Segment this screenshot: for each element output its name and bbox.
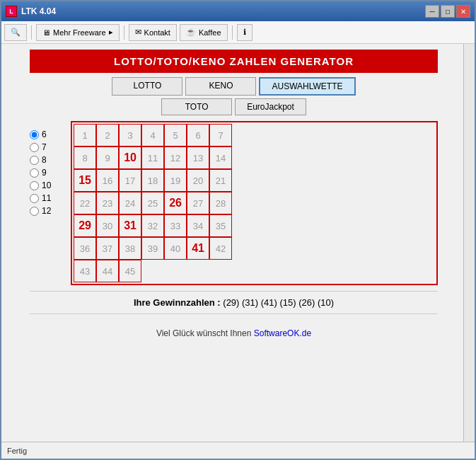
toolbar-icon-btn[interactable]: 🔍 (4, 24, 27, 41)
grid-row: 22232425262728 (74, 192, 435, 214)
tab-auswahlwette[interactable]: AUSWAHLWETTE (259, 77, 355, 96)
radio-7[interactable] (30, 143, 39, 152)
grid-cell-11[interactable]: 11 (141, 146, 164, 169)
info-icon: ℹ (243, 28, 246, 37)
radio-panel: 6 7 8 9 10 11 (30, 121, 65, 285)
grid-cell-45[interactable]: 45 (119, 260, 141, 282)
maximize-button[interactable]: □ (441, 5, 455, 18)
main-content: LOTTO/TOTO/KENO ZAHLEN GENERATOR LOTTO K… (1, 44, 475, 442)
tab-toto[interactable]: TOTO (161, 98, 232, 115)
grid-cell-9[interactable]: 9 (96, 146, 119, 169)
mehr-freeware-icon: 🖥 (42, 28, 50, 37)
grid-cell-34[interactable]: 34 (187, 214, 209, 237)
grid-row: 1234567 (74, 124, 435, 146)
radio-9[interactable] (30, 168, 39, 178)
grid-cell-26[interactable]: 26 (164, 192, 187, 214)
grid-cell-17[interactable]: 17 (119, 169, 141, 192)
radio-item-9[interactable]: 9 (30, 168, 65, 178)
grid-cell-20[interactable]: 20 (187, 169, 209, 192)
status-bar: Fertig (1, 442, 475, 459)
radio-item-10[interactable]: 10 (30, 180, 65, 190)
info-button[interactable]: ℹ (237, 24, 252, 41)
radio-item-7[interactable]: 7 (30, 142, 65, 152)
grid-cell-12[interactable]: 12 (164, 146, 187, 169)
toolbar-separator2 (124, 25, 124, 40)
grid-cell-31[interactable]: 31 (119, 214, 141, 237)
good-luck-prefix: Viel Glück wünscht Ihnen (156, 328, 254, 338)
kaffee-icon: ☕ (186, 28, 196, 37)
close-button[interactable]: ✕ (456, 5, 470, 18)
toolbar: 🔍 🖥 Mehr Freeware ▸ ✉ Kontakt ☕ Kaffee ℹ (1, 21, 475, 44)
softwareok-link[interactable]: SoftwareOK.de (254, 328, 311, 338)
main-section: 6 7 8 9 10 11 (30, 121, 438, 285)
radio-6[interactable] (30, 130, 39, 139)
mehr-freeware-arrow-icon: ▸ (109, 28, 113, 37)
tab-keno[interactable]: KENO (185, 77, 256, 96)
radio-8[interactable] (30, 156, 39, 165)
radio-item-6[interactable]: 6 (30, 130, 65, 139)
grid-cell-29[interactable]: 29 (74, 214, 96, 237)
grid-cell-38[interactable]: 38 (119, 237, 141, 260)
main-window: L LTK 4.04 ─ □ ✕ 🔍 🖥 Mehr Freeware ▸ ✉ K… (0, 0, 476, 460)
grid-cell-2[interactable]: 2 (96, 124, 119, 146)
grid-cell-5[interactable]: 5 (164, 124, 187, 146)
grid-cell-21[interactable]: 21 (209, 169, 232, 192)
grid-row: 434445 (74, 260, 435, 282)
grid-cell-37[interactable]: 37 (96, 237, 119, 260)
grid-cell-7[interactable]: 7 (209, 124, 232, 146)
radio-item-11[interactable]: 11 (30, 193, 65, 203)
grid-cell-3[interactable]: 3 (119, 124, 141, 146)
grid-row: 36373839404142 (74, 237, 435, 260)
grid-cell-24[interactable]: 24 (119, 192, 141, 214)
winning-numbers-display: Ihre Gewinnzahlen : (29) (31) (41) (15) … (134, 297, 334, 308)
kaffee-button[interactable]: ☕ Kaffee (180, 24, 228, 41)
content-area: LOTTO/TOTO/KENO ZAHLEN GENERATOR LOTTO K… (1, 44, 475, 442)
winning-values: (29) (31) (41) (15) (26) (10) (223, 297, 334, 308)
grid-cell-33[interactable]: 33 (164, 214, 187, 237)
radio-item-12[interactable]: 12 (30, 206, 65, 216)
radio-10[interactable] (30, 181, 39, 190)
grid-cell-14[interactable]: 14 (209, 146, 232, 169)
tab-lotto[interactable]: LOTTO (112, 77, 182, 96)
grid-cell-10[interactable]: 10 (119, 146, 141, 169)
grid-cell-16[interactable]: 16 (96, 169, 119, 192)
radio-11[interactable] (30, 194, 39, 203)
grid-cell-6[interactable]: 6 (187, 124, 209, 146)
scrollbar[interactable] (463, 44, 475, 442)
grid-cell-44[interactable]: 44 (96, 260, 119, 282)
title-bar-left: L LTK 4.04 (6, 6, 56, 17)
grid-cell-32[interactable]: 32 (141, 214, 164, 237)
header-banner: LOTTO/TOTO/KENO ZAHLEN GENERATOR (30, 50, 438, 73)
grid-cell-23[interactable]: 23 (96, 192, 119, 214)
grid-cell-40[interactable]: 40 (164, 237, 187, 260)
number-grid: 1234567891011121314151617181920212223242… (71, 121, 438, 285)
kontakt-button[interactable]: ✉ Kontakt (129, 24, 177, 41)
grid-cell-4[interactable]: 4 (141, 124, 164, 146)
grid-cell-25[interactable]: 25 (141, 192, 164, 214)
radio-item-8[interactable]: 8 (30, 155, 65, 165)
grid-cell-13[interactable]: 13 (187, 146, 209, 169)
grid-cell-8[interactable]: 8 (74, 146, 96, 169)
tab-eurojackpot[interactable]: EuroJackpot (235, 98, 306, 115)
grid-cell-18[interactable]: 18 (141, 169, 164, 192)
grid-cell-15[interactable]: 15 (74, 169, 96, 192)
grid-cell-39[interactable]: 39 (141, 237, 164, 260)
search-icon: 🔍 (11, 28, 21, 37)
grid-cell-42[interactable]: 42 (209, 237, 232, 260)
radio-12[interactable] (30, 207, 39, 216)
grid-cell-36[interactable]: 36 (74, 237, 96, 260)
grid-cell-43[interactable]: 43 (74, 260, 96, 282)
grid-cell-28[interactable]: 28 (209, 192, 232, 214)
grid-cell-1[interactable]: 1 (74, 124, 96, 146)
grid-cell-30[interactable]: 30 (96, 214, 119, 237)
grid-cell-22[interactable]: 22 (74, 192, 96, 214)
title-controls: ─ □ ✕ (425, 5, 470, 18)
minimize-button[interactable]: ─ (425, 5, 439, 18)
divider-1 (30, 291, 438, 292)
mehr-freeware-button[interactable]: 🖥 Mehr Freeware ▸ (36, 24, 120, 41)
grid-cell-19[interactable]: 19 (164, 169, 187, 192)
grid-cell-41[interactable]: 41 (187, 237, 209, 260)
winning-label: Ihre Gewinnzahlen : (134, 297, 221, 308)
grid-cell-27[interactable]: 27 (187, 192, 209, 214)
grid-cell-35[interactable]: 35 (209, 214, 232, 237)
